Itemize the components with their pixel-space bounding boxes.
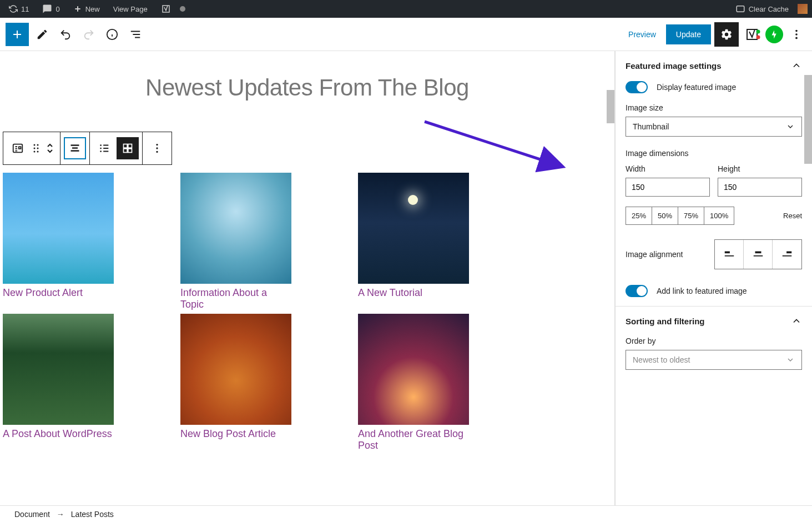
alignment-group bbox=[714, 239, 802, 269]
drag-handle[interactable] bbox=[30, 137, 42, 159]
move-updown[interactable] bbox=[43, 137, 57, 159]
list-view-button[interactable] bbox=[93, 137, 115, 159]
refresh-icon bbox=[9, 4, 18, 13]
preview-link[interactable]: Preview bbox=[622, 30, 663, 39]
post-title-link[interactable]: New Blog Post Article bbox=[180, 428, 291, 440]
update-button[interactable]: Update bbox=[666, 24, 711, 44]
page-scrollbar[interactable] bbox=[804, 75, 812, 164]
post-title-link[interactable]: Information About a Topic bbox=[180, 287, 291, 310]
post-title-link[interactable]: And Another Great Blog Post bbox=[358, 428, 469, 451]
post-thumbnail[interactable] bbox=[180, 314, 291, 425]
post-item[interactable]: A Post About WordPress bbox=[3, 314, 114, 451]
sorting-panel-toggle[interactable]: Sorting and filtering bbox=[626, 315, 802, 327]
status-indicator-icon bbox=[180, 6, 185, 12]
post-thumbnail[interactable] bbox=[358, 173, 469, 284]
svg-point-18 bbox=[100, 144, 102, 146]
post-title-link[interactable]: New Product Alert bbox=[3, 287, 114, 299]
display-featured-toggle[interactable] bbox=[626, 81, 648, 93]
block-type-button[interactable] bbox=[7, 137, 29, 159]
height-input[interactable] bbox=[718, 178, 802, 197]
size-preset-button[interactable]: 50% bbox=[652, 207, 678, 224]
svg-rect-30 bbox=[755, 252, 761, 254]
svg-rect-15 bbox=[71, 144, 79, 146]
dots-vertical-icon bbox=[151, 142, 163, 154]
dots-vertical-icon bbox=[790, 28, 803, 41]
svg-rect-22 bbox=[128, 144, 132, 148]
svg-rect-0 bbox=[737, 6, 744, 12]
post-title-link[interactable]: A New Tutorial bbox=[358, 287, 469, 299]
post-item[interactable]: New Blog Post Article bbox=[180, 314, 291, 451]
post-thumbnail[interactable] bbox=[180, 173, 291, 284]
post-item[interactable]: A New Tutorial bbox=[358, 173, 469, 310]
breadcrumb: Document → Latest Posts bbox=[0, 505, 812, 522]
admin-yoast[interactable] bbox=[157, 0, 175, 18]
svg-rect-33 bbox=[783, 255, 792, 257]
align-button[interactable] bbox=[64, 137, 86, 159]
latest-posts-icon bbox=[12, 142, 24, 154]
width-input[interactable] bbox=[626, 178, 710, 197]
outline-button[interactable] bbox=[125, 24, 145, 44]
post-thumbnail[interactable] bbox=[3, 314, 114, 425]
align-center-icon bbox=[69, 143, 80, 154]
svg-point-19 bbox=[100, 148, 102, 149]
size-preset-button[interactable]: 100% bbox=[704, 207, 734, 224]
more-options-button[interactable] bbox=[786, 24, 806, 44]
avatar[interactable] bbox=[798, 4, 808, 14]
chevron-updown-icon bbox=[46, 143, 54, 154]
image-size-select[interactable]: Thumbnail bbox=[626, 117, 802, 137]
admin-view-page[interactable]: View Page bbox=[109, 0, 152, 18]
post-item[interactable]: New Product Alert bbox=[3, 173, 114, 310]
featured-panel-title: Featured image settings bbox=[626, 61, 722, 71]
svg-rect-31 bbox=[753, 255, 763, 257]
breadcrumb-leaf[interactable]: Latest Posts bbox=[71, 510, 114, 519]
size-preset-button[interactable]: 75% bbox=[678, 207, 704, 224]
info-button[interactable] bbox=[102, 24, 122, 44]
align-left-button[interactable] bbox=[715, 240, 744, 269]
post-item[interactable]: Information About a Topic bbox=[180, 173, 291, 310]
post-thumbnail[interactable] bbox=[358, 314, 469, 425]
jetpack-button[interactable] bbox=[765, 26, 783, 43]
settings-button[interactable] bbox=[714, 22, 739, 47]
grid-icon bbox=[122, 143, 133, 154]
add-block-button[interactable] bbox=[6, 23, 29, 46]
admin-comments[interactable]: 0 bbox=[38, 0, 64, 18]
list-icon bbox=[98, 142, 110, 154]
page-title[interactable]: Newest Updates From The Blog bbox=[3, 74, 612, 101]
grid-view-button[interactable] bbox=[117, 137, 139, 159]
reset-link[interactable]: Reset bbox=[783, 212, 802, 220]
featured-panel-toggle[interactable]: Featured image settings bbox=[626, 60, 802, 71]
admin-pending[interactable]: 11 bbox=[4, 0, 33, 18]
cache-icon bbox=[735, 4, 745, 14]
svg-rect-28 bbox=[724, 252, 729, 254]
align-center-button[interactable] bbox=[744, 240, 773, 269]
post-title-link[interactable]: A Post About WordPress bbox=[3, 428, 114, 440]
undo-button[interactable] bbox=[56, 24, 75, 44]
svg-point-20 bbox=[100, 150, 102, 152]
block-more-button[interactable] bbox=[146, 137, 168, 159]
drag-icon bbox=[32, 143, 40, 153]
edit-tool-button[interactable] bbox=[32, 24, 52, 44]
admin-clear-cache[interactable]: Clear Cache bbox=[731, 0, 793, 18]
width-label: Width bbox=[626, 164, 710, 173]
yoast-status[interactable] bbox=[742, 24, 762, 44]
comments-count: 0 bbox=[56, 5, 59, 13]
editor-canvas[interactable]: Newest Updates From The Blog bbox=[0, 51, 615, 505]
admin-new[interactable]: New bbox=[69, 0, 104, 18]
post-item[interactable]: And Another Great Blog Post bbox=[358, 314, 469, 451]
svg-rect-16 bbox=[72, 147, 78, 149]
editor-toolbar: Preview Update bbox=[0, 18, 812, 51]
post-thumbnail[interactable] bbox=[3, 173, 114, 284]
svg-point-4 bbox=[795, 29, 798, 32]
height-label: Height bbox=[718, 164, 802, 173]
canvas-scrollbar[interactable] bbox=[607, 90, 614, 123]
undo-icon bbox=[59, 28, 72, 41]
align-right-button[interactable] bbox=[773, 240, 801, 269]
svg-point-12 bbox=[37, 148, 39, 149]
order-by-select[interactable]: Newest to oldest bbox=[626, 350, 802, 370]
breadcrumb-root[interactable]: Document bbox=[14, 510, 50, 519]
svg-rect-32 bbox=[786, 252, 791, 254]
size-preset-button[interactable]: 25% bbox=[626, 207, 652, 224]
outline-icon bbox=[129, 28, 142, 41]
redo-button[interactable] bbox=[79, 24, 99, 44]
link-featured-toggle[interactable] bbox=[626, 285, 648, 297]
